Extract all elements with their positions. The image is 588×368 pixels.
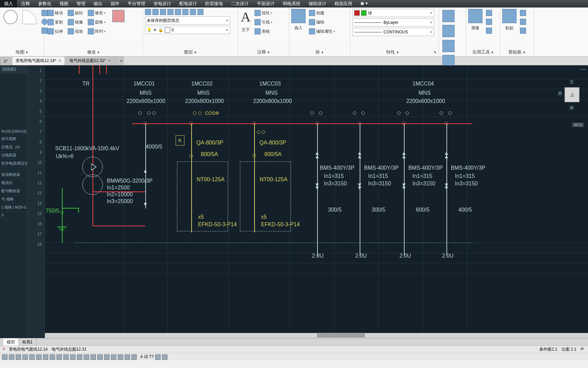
grid-icon[interactable] [9,354,14,360]
panel-title[interactable]: 图层▼ [145,48,236,56]
lock-ui-icon[interactable] [111,354,116,360]
list-item[interactable]: 电流比 [0,179,27,187]
horizontal-scrollbar[interactable] [45,333,588,338]
insert-block-button[interactable]: 插入 [293,24,304,32]
ortho-icon[interactable] [16,354,21,360]
panel-title[interactable]: 实用工具▼ [468,48,498,56]
panel-title[interactable]: 修改▼ [46,48,141,56]
dimlinear-button[interactable]: 线性▾ [253,9,274,17]
obj-icon[interactable] [118,354,123,360]
copy-clip-button[interactable] [519,18,527,26]
doc-tab[interactable]: 变电所电气图纸12.14*✕ [12,56,65,65]
ungroup-button[interactable] [441,24,456,38]
menu-item[interactable]: 视图 [55,0,72,7]
layer-on-icon[interactable] [152,9,159,15]
util-button[interactable] [485,27,493,35]
create-block-button[interactable]: 创建 [308,9,336,17]
list-item[interactable]: 3 [0,212,27,219]
menu-item[interactable]: 二次设计 [227,0,253,7]
menu-item[interactable]: 插入 [0,0,17,7]
layer-props-icon[interactable] [145,9,151,15]
list-item[interactable]: 低压断路器 [0,171,27,179]
layer-state-combo[interactable]: 未保存的图层状态▼ [145,16,230,25]
dyn-icon[interactable] [43,354,48,360]
list-item[interactable]: 0x10)-[100x10] [0,128,27,135]
rotate-button[interactable]: 旋转 [66,9,84,17]
layer-freeze-icon[interactable] [160,9,166,15]
panel-title[interactable]: 绘图▼ [2,48,42,56]
extra-icon[interactable] [155,354,161,360]
panel-title[interactable]: 注释▼ [240,48,287,56]
menu-item[interactable]: 弱电系统 [279,0,305,7]
list-item[interactable]: 号.规格 [0,195,27,203]
text-button[interactable]: 文字 [240,26,251,34]
mirror-button[interactable]: 镜像 [66,18,84,26]
panel-title[interactable]: 块▼ [291,48,348,56]
close-icon[interactable]: ✕ [2,347,5,352]
sc-icon[interactable] [70,354,76,360]
list-item[interactable] [0,168,27,171]
edit-block-button[interactable]: 编辑 [308,18,336,26]
group-button[interactable] [441,9,456,23]
layer-lock-icon[interactable] [167,9,174,15]
annoscale-icon[interactable] [84,354,89,360]
panel-title[interactable]: 特性▼↘ [353,48,437,56]
array-button[interactable]: 阵列▾ [86,27,107,35]
layer-current-combo[interactable]: 💡☀🔓0 ▼ [145,26,230,34]
menu-item[interactable]: 配电设计 [175,0,201,7]
iso-icon[interactable] [77,354,82,360]
line-button[interactable] [2,9,19,25]
menu-item[interactable]: 精选应用 [330,0,356,7]
util-button[interactable] [485,9,493,17]
menu-item[interactable]: 参数化 [34,0,55,7]
ws-icon[interactable] [91,354,96,360]
scroll-thumb[interactable] [317,334,365,337]
new-tab-button[interactable]: ＋ [115,56,124,65]
hw-icon[interactable] [97,354,103,360]
linetype-combo[interactable]: CONTINOUS ▼ [353,28,434,36]
lwt-icon[interactable] [50,354,55,360]
tab-layout[interactable]: 布局1 [19,338,36,346]
menu-item[interactable]: 变电设计 [149,0,175,7]
doc-tab[interactable]: 电气外线总图12.31*✕ [66,56,115,65]
status-plot[interactable]: 出图 1:1 [559,347,578,352]
status-scale[interactable]: 条件图1:1 [537,347,559,352]
list-item[interactable]: 折芳电源/黑定值（A [0,159,27,168]
paste-button[interactable]: 粘贴 [504,24,515,32]
layer-walk-icon[interactable] [197,9,203,15]
list-item[interactable]: 配与断路器 [0,187,27,195]
list-item[interactable]: 过电阻器 [0,151,27,159]
layer-iso-icon[interactable] [175,9,181,15]
close-icon[interactable]: ✕ [58,59,61,63]
menu-item[interactable]: 平台管理 [124,0,149,7]
menu-item[interactable]: 辅助设计 [305,0,330,7]
extra-icon[interactable] [162,354,167,360]
3d-icon[interactable] [125,354,130,360]
group-edit-button[interactable] [441,39,456,53]
leader-button[interactable]: 引线▾ [253,18,274,26]
scale-button[interactable]: 缩放 [66,27,84,35]
lineweight-combo[interactable]: ByLayer ▼ [353,18,434,27]
layer-prev-icon[interactable] [190,9,196,15]
pan-icon[interactable] [131,354,137,360]
match-button[interactable] [519,27,527,35]
measure-button[interactable]: 测量 [470,24,481,32]
polar-icon[interactable] [22,354,28,360]
color-combo[interactable]: 绿 ▼ [353,9,434,17]
list-item[interactable]: 定电流（A） [0,143,27,151]
refresh-icon[interactable]: ⟳ [578,347,586,352]
modify-erase-button[interactable] [111,9,126,23]
tab-model[interactable]: 模型 [3,338,19,346]
viewcube-top[interactable]: 上 [565,87,579,102]
minimize-icon[interactable]: — [581,66,586,72]
model-icon[interactable] [56,354,62,360]
osnap-icon[interactable] [29,354,35,360]
menu-item[interactable]: 插件 [107,0,124,7]
list-item[interactable]: 按可观察 [0,135,27,143]
doc-tab[interactable]: 1* [0,57,11,65]
edit-attr-button[interactable]: 编辑属性▾ [308,27,336,35]
trim-button[interactable]: 修剪▾ [86,9,107,17]
list-item[interactable]: 1.规格 LMZ6-0.66 [0,203,27,212]
close-icon[interactable]: ✕ [108,59,111,63]
panel-title[interactable]: 剪贴板▼ [502,48,532,56]
